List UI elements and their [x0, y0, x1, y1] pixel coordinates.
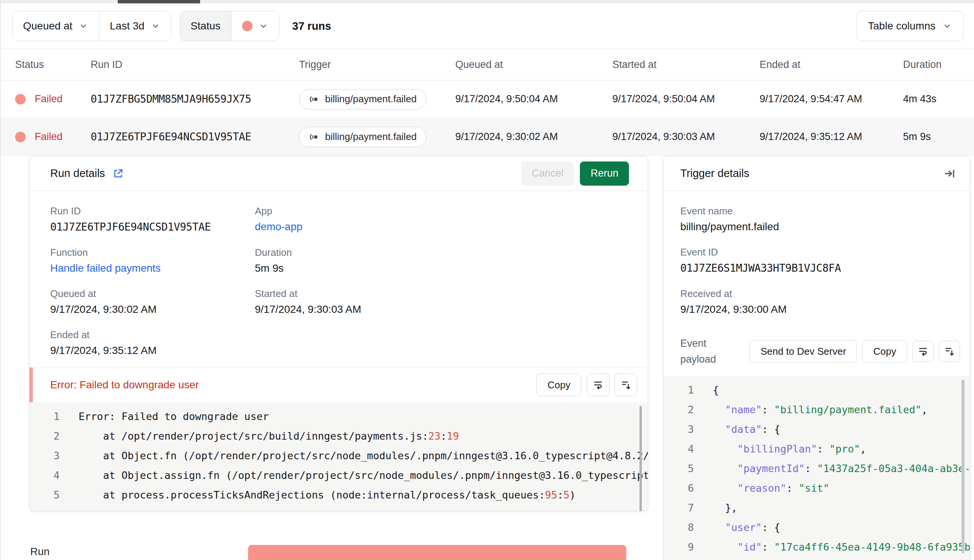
- failed-status-dot-icon: [242, 21, 253, 31]
- run-id: 01J7ZFBG5DMM85MJA9H659JX75: [91, 93, 299, 105]
- rerun-button[interactable]: Rerun: [580, 162, 629, 186]
- event-payload-header: Event payload Send to Dev Server Copy: [664, 327, 970, 376]
- column-header-run-id: Run ID: [91, 59, 299, 70]
- table-header-row: Status Run ID Trigger Queued at Started …: [1, 50, 974, 80]
- error-accent-stripe: [30, 368, 33, 402]
- started-at-value: 9/17/2024, 9:30:03 AM: [612, 131, 760, 143]
- jump-to-bottom-button[interactable]: [939, 341, 960, 362]
- payload-line: 6 "reason": "sit": [664, 478, 970, 498]
- table-row-selected[interactable]: Failed 01J7ZE6TPJF6E94NCSD1V95TAE billin…: [1, 118, 974, 156]
- ended-at-value: 9/17/2024, 9:35:12 AM: [50, 345, 255, 357]
- run-details-fields: Run ID 01J7ZE6TPJF6E94NCSD1V95TAE App de…: [30, 191, 648, 357]
- list-arrow-down-icon: [944, 346, 955, 357]
- table-columns-button[interactable]: Table columns: [856, 11, 964, 41]
- trigger-event-badge[interactable]: billing/payment.failed: [299, 127, 426, 147]
- panel-title: Run details: [50, 167, 105, 180]
- line-number: 4: [664, 439, 694, 459]
- table-row[interactable]: Failed 01J7ZFBG5DMM85MJA9H659JX75 billin…: [1, 80, 974, 118]
- word-wrap-icon: [917, 346, 929, 357]
- run-actions: Cancel Rerun: [521, 162, 637, 186]
- payload-line: 4 "billingPlan": "pro",: [664, 439, 970, 459]
- line-number: 1: [664, 380, 694, 400]
- field-event-name: Event name billing/payment.failed: [680, 205, 953, 233]
- duration-value: 5m 9s: [255, 262, 627, 274]
- payload-line: 5 "paymentId": "1437a25f-05a3-404a-ab3e-…: [664, 459, 970, 478]
- line-number: 3: [30, 446, 60, 466]
- event-name-value: billing/payment.failed: [680, 221, 953, 233]
- function-link[interactable]: Handle failed payments: [50, 262, 161, 274]
- payload-line: 8 "user": {: [664, 518, 970, 537]
- run-timeline-label: Run: [30, 546, 50, 558]
- copy-error-button[interactable]: Copy: [537, 373, 581, 396]
- cancel-button[interactable]: Cancel: [521, 162, 574, 186]
- line-number: 2: [30, 427, 60, 446]
- status-filter-value-button[interactable]: [231, 11, 279, 41]
- chevron-down-icon: [78, 21, 88, 31]
- chevron-down-icon: [151, 21, 160, 31]
- trigger-event-name: billing/payment.failed: [325, 131, 417, 143]
- list-arrow-down-icon: [620, 379, 632, 390]
- duration-value: 4m 43s: [903, 93, 974, 105]
- collapse-panel-button[interactable]: [944, 167, 956, 180]
- app-link[interactable]: demo-app: [255, 221, 302, 232]
- status-label: Failed: [35, 131, 63, 143]
- arrow-to-right-icon: [944, 167, 956, 180]
- payload-line: 7 },: [664, 498, 970, 518]
- run-details-header: Run details Cancel Rerun: [30, 156, 648, 191]
- queued-at-value: 9/17/2024, 9:30:02 AM: [50, 303, 255, 315]
- field-filter-button[interactable]: Queued at: [12, 11, 99, 41]
- trigger-details-header: Trigger details: [664, 156, 970, 191]
- external-link-icon[interactable]: [112, 168, 124, 179]
- horizontal-scrollbar[interactable]: [1, 0, 974, 3]
- payload-scrollbar-thumb[interactable]: [962, 380, 964, 553]
- queued-at-time-filter: Queued at Last 3d: [12, 11, 172, 41]
- send-to-dev-server-button[interactable]: Send to Dev Server: [749, 340, 857, 363]
- field-label: Received at: [680, 288, 953, 300]
- run-id: 01J7ZE6TPJF6E94NCSD1V95TAE: [91, 130, 299, 143]
- word-wrap-button[interactable]: [587, 373, 609, 396]
- panel-title: Trigger details: [680, 167, 749, 180]
- chevron-down-icon: [942, 21, 952, 31]
- stack-trace-line: 1 Error: Failed to downgrade user: [30, 407, 648, 427]
- line-number: 5: [30, 485, 60, 505]
- runs-table: Status Run ID Trigger Queued at Started …: [1, 50, 974, 156]
- jump-to-bottom-button[interactable]: [615, 373, 637, 396]
- status-filter: Status: [180, 11, 279, 41]
- field-label: Run ID: [50, 205, 255, 217]
- time-range-label: Last 3d: [110, 20, 145, 32]
- horizontal-scrollbar-thumb[interactable]: [118, 0, 200, 3]
- duration-value: 5m 9s: [903, 131, 974, 143]
- time-range-filter-button[interactable]: Last 3d: [99, 11, 171, 41]
- event-pulse-icon: [309, 131, 320, 143]
- trigger-event-badge[interactable]: billing/payment.failed: [299, 89, 426, 110]
- trigger-fields: Event name billing/payment.failed Event …: [664, 191, 970, 315]
- field-ended-at: Ended at 9/17/2024, 9:35:12 AM: [50, 329, 255, 357]
- toolbar: Queued at Last 3d Status 37 runs Table c…: [1, 3, 974, 49]
- line-number: 1: [30, 407, 60, 427]
- status-filter-label: Status: [191, 20, 220, 32]
- status-cell: Failed: [15, 131, 91, 143]
- stack-trace-line: 2 at /opt/render/project/src/build/innge…: [30, 427, 648, 446]
- stack-trace-scrollbar-thumb[interactable]: [639, 406, 642, 511]
- run-timeline-bar[interactable]: [248, 545, 626, 560]
- status-filter-button[interactable]: Status: [180, 11, 231, 41]
- field-duration: Duration 5m 9s: [255, 247, 627, 274]
- field-label: Queued at: [50, 288, 255, 300]
- run-timeline: Run: [1, 543, 974, 560]
- word-wrap-button[interactable]: [912, 341, 934, 362]
- column-header-trigger: Trigger: [299, 59, 455, 70]
- runs-page: Queued at Last 3d Status 37 runs Table c…: [0, 0, 974, 560]
- field-event-id: Event ID 01J7ZE6S1MJWA33HT9B1VJC8FA: [680, 247, 953, 274]
- field-function: Function Handle failed payments: [50, 247, 255, 274]
- payload-line: 1 {: [664, 380, 970, 400]
- line-number: 5: [664, 459, 694, 478]
- failed-status-dot-icon: [15, 94, 26, 105]
- event-payload-label: Event payload: [680, 335, 737, 367]
- field-label: Duration: [255, 247, 627, 258]
- copy-payload-button[interactable]: Copy: [862, 340, 907, 363]
- line-number: 2: [664, 400, 694, 420]
- line-number: 3: [664, 420, 694, 439]
- ended-at-value: 9/17/2024, 9:35:12 AM: [760, 131, 903, 143]
- run-details-panel: Run details Cancel Rerun Run ID 01J7ZE6T…: [29, 156, 648, 511]
- status-cell: Failed: [15, 93, 91, 105]
